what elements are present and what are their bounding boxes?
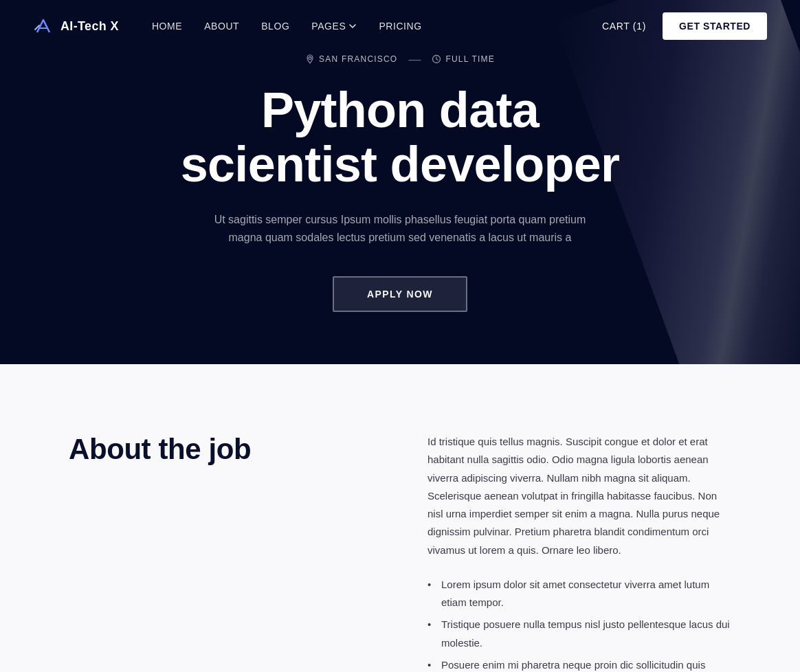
hero-location-text: SAN FRANCISCO: [319, 54, 397, 64]
about-heading-col: About the job: [69, 433, 373, 466]
nav-link-about[interactable]: ABOUT: [204, 21, 239, 32]
hero-section: SAN FRANCISCO — FULL TIME Python data sc…: [0, 0, 800, 364]
location-icon: [305, 54, 315, 64]
about-section: About the job Id tristique quis tellus m…: [0, 364, 800, 672]
about-body-text: Id tristique quis tellus magnis. Suscipi…: [427, 433, 731, 559]
list-item-2: Tristique posuere nulla tempus nisl just…: [427, 616, 731, 652]
logo-icon: [33, 16, 54, 36]
nav-item-about[interactable]: ABOUT: [204, 20, 239, 32]
logo-link[interactable]: AI-Tech X: [33, 16, 119, 36]
nav-right: CART (1) GET STARTED: [602, 12, 767, 40]
logo-text: AI-Tech X: [60, 19, 119, 34]
nav-link-blog[interactable]: BLOG: [261, 21, 289, 32]
hero-subtitle: Ut sagittis semper cursus Ipsum mollis p…: [208, 211, 592, 246]
about-body-col: Id tristique quis tellus magnis. Suscipi…: [427, 433, 731, 672]
hero-job-type: FULL TIME: [432, 54, 494, 64]
svg-point-0: [309, 57, 311, 60]
list-item-3: Posuere enim mi pharetra neque proin dic…: [427, 656, 731, 672]
cart-button[interactable]: CART (1): [602, 21, 646, 32]
nav-item-pages[interactable]: PAGES: [311, 21, 357, 32]
about-inner: About the job Id tristique quis tellus m…: [36, 433, 764, 672]
nav-left: AI-Tech X HOME ABOUT BLOG PAGES: [33, 16, 422, 36]
get-started-button[interactable]: GET STARTED: [663, 12, 767, 40]
list-item-1: Lorem ipsum dolor sit amet consectetur v…: [427, 576, 731, 612]
nav-item-pricing[interactable]: PRICING: [379, 20, 421, 32]
hero-meta-divider: —: [408, 52, 421, 67]
hero-job-type-text: FULL TIME: [445, 54, 494, 64]
nav-link-pricing[interactable]: PRICING: [379, 21, 421, 32]
hero-meta: SAN FRANCISCO — FULL TIME: [305, 52, 495, 67]
clock-icon: [432, 54, 441, 64]
hero-location: SAN FRANCISCO: [305, 54, 397, 64]
navigation: AI-Tech X HOME ABOUT BLOG PAGES: [0, 0, 800, 52]
nav-links: HOME ABOUT BLOG PAGES PRICING: [152, 20, 422, 32]
chevron-down-icon: [348, 22, 357, 30]
about-heading: About the job: [69, 433, 373, 466]
about-list: Lorem ipsum dolor sit amet consectetur v…: [427, 576, 731, 672]
nav-link-pages[interactable]: PAGES: [311, 21, 357, 32]
nav-link-home[interactable]: HOME: [152, 21, 182, 32]
nav-item-home[interactable]: HOME: [152, 20, 182, 32]
hero-title: Python data scientist developer: [181, 83, 620, 192]
nav-item-blog[interactable]: BLOG: [261, 20, 289, 32]
apply-now-button[interactable]: APPLY NOW: [333, 276, 467, 312]
